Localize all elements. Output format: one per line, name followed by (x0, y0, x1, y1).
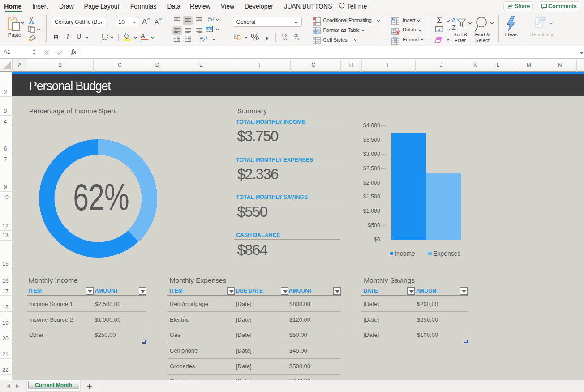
svg-text:.00: .00 (283, 37, 287, 40)
svg-text:ab: ab (208, 16, 211, 19)
svg-text:0: 0 (297, 37, 299, 40)
svg-text:Z: Z (452, 23, 456, 31)
svg-text:c: c (208, 19, 210, 22)
svg-text:A: A (451, 17, 456, 24)
